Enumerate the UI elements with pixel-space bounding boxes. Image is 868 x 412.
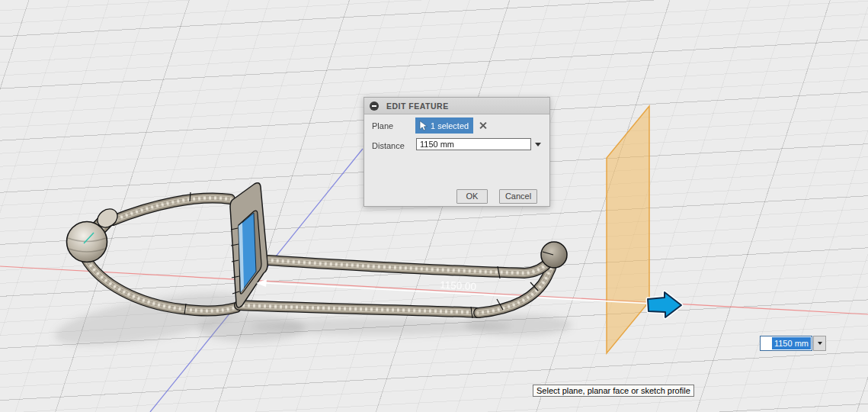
minus-circle-icon[interactable]	[370, 101, 379, 111]
floating-distance-input[interactable]: 1150 mm	[760, 336, 812, 351]
dialog-titlebar[interactable]: EDIT FEATURE	[364, 98, 549, 114]
ok-button[interactable]: OK	[456, 189, 488, 204]
plane-label: Plane	[372, 121, 393, 130]
floating-distance-dropdown[interactable]	[813, 336, 826, 351]
dialog-title: EDIT FEATURE	[386, 101, 449, 111]
plane-selection-button[interactable]: 1 selected	[415, 117, 473, 134]
distance-label: Distance	[372, 141, 405, 150]
modeling-viewport[interactable]: 1150.00 EDIT FEATURE Plane 1 selected Di…	[0, 0, 868, 412]
status-tooltip: Select plane, planar face or sketch prof…	[533, 385, 694, 397]
floating-distance-field: 1150 mm	[760, 336, 826, 351]
caret-down-icon	[818, 342, 822, 345]
tube-rail-lower[interactable]	[239, 305, 479, 313]
selected-text: 1150 mm	[772, 337, 811, 349]
cancel-button[interactable]: Cancel	[499, 189, 537, 204]
rear-knob[interactable]	[541, 242, 567, 268]
arrow-right-icon[interactable]	[648, 292, 681, 317]
cursor-pointer-icon	[419, 121, 428, 131]
construction-plane[interactable]	[607, 106, 649, 353]
dimension-label: 1150.00	[440, 279, 477, 293]
profile-frame[interactable]	[230, 183, 267, 307]
caret-down-icon[interactable]	[535, 143, 541, 146]
plane-selection-count: 1 selected	[431, 121, 469, 130]
tube-rail-upper[interactable]	[268, 260, 549, 273]
front-ball[interactable]	[67, 222, 107, 262]
x-icon[interactable]	[479, 121, 487, 130]
edit-feature-dialog: EDIT FEATURE Plane 1 selected Distance O…	[364, 97, 550, 207]
tube-loop-upper[interactable]	[113, 198, 230, 220]
distance-input[interactable]	[416, 138, 531, 150]
